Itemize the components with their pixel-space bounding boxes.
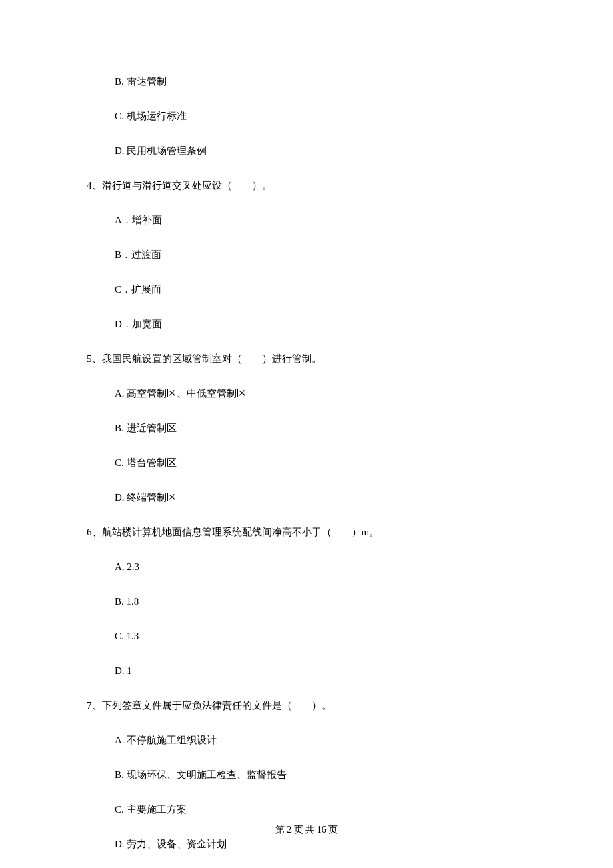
question-3-option-b: B. 雷达管制	[115, 73, 526, 89]
question-6-option-a: A. 2.3	[115, 559, 526, 575]
question-4-option-b: B．过渡面	[115, 247, 526, 263]
page-content: B. 雷达管制 C. 机场运行标准 D. 民用机场管理条例 4、滑行道与滑行道交…	[0, 0, 613, 868]
question-7-text: 7、下列签章文件属于应负法律责任的文件是（ ）。	[87, 697, 526, 713]
question-4-option-c: C．扩展面	[115, 281, 526, 297]
question-3-options: B. 雷达管制 C. 机场运行标准 D. 民用机场管理条例	[115, 73, 526, 159]
question-6-option-c: C. 1.3	[115, 628, 526, 644]
question-7-option-b: B. 现场环保、文明施工检查、监督报告	[115, 767, 526, 783]
question-5-option-b: B. 进近管制区	[115, 420, 526, 436]
question-4-options: A．增补面 B．过渡面 C．扩展面 D．加宽面	[115, 212, 526, 332]
question-5-options: A. 高空管制区、中低空管制区 B. 进近管制区 C. 塔台管制区 D. 终端管…	[115, 385, 526, 505]
question-4-option-a: A．增补面	[115, 212, 526, 228]
question-7-option-a: A. 不停航施工组织设计	[115, 732, 526, 748]
question-6-text: 6、航站楼计算机地面信息管理系统配线间净高不小于（ ）m。	[87, 524, 526, 540]
question-5-option-d: D. 终端管制区	[115, 489, 526, 505]
question-3-option-d: D. 民用机场管理条例	[115, 143, 526, 159]
question-4-option-d: D．加宽面	[115, 316, 526, 332]
question-6-option-b: B. 1.8	[115, 593, 526, 609]
question-6-option-d: D. 1	[115, 663, 526, 679]
question-4-text: 4、滑行道与滑行道交叉处应设（ ）。	[87, 177, 526, 193]
question-3-option-c: C. 机场运行标准	[115, 108, 526, 124]
question-7-option-c: C. 主要施工方案	[115, 801, 526, 817]
page-footer: 第 2 页 共 16 页	[0, 823, 613, 837]
question-6-options: A. 2.3 B. 1.8 C. 1.3 D. 1	[115, 559, 526, 679]
question-5-text: 5、我国民航设置的区域管制室对（ ）进行管制。	[87, 351, 526, 367]
question-7-option-d: D. 劳力、设备、资金计划	[115, 836, 526, 852]
question-5-option-a: A. 高空管制区、中低空管制区	[115, 385, 526, 401]
question-5-option-c: C. 塔台管制区	[115, 455, 526, 471]
